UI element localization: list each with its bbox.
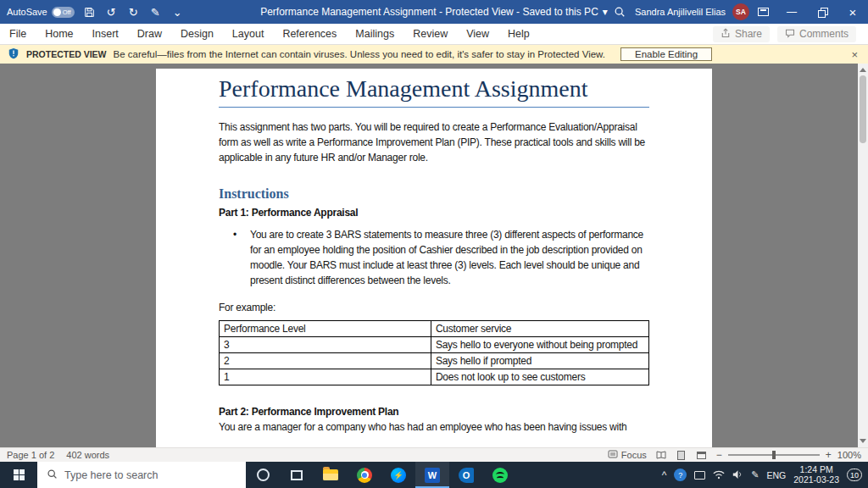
- tab-draw[interactable]: Draw: [128, 24, 171, 44]
- restore-icon: [818, 8, 827, 17]
- zoom-slider-handle[interactable]: [772, 451, 776, 459]
- autosave-switch-icon: Off: [52, 7, 75, 18]
- task-view-button[interactable]: [280, 462, 314, 488]
- zoom-in-icon[interactable]: +: [826, 449, 832, 461]
- autosave-toggle[interactable]: AutoSave Off: [7, 7, 75, 18]
- protected-view-label: PROTECTED VIEW: [26, 49, 107, 59]
- intro-paragraph: This assignment has two parts. You will …: [219, 119, 649, 165]
- word-icon: W: [425, 468, 440, 483]
- example-label: For example:: [219, 300, 649, 315]
- ribbon-tab-bar: File Home Insert Draw Design Layout Refe…: [0, 24, 868, 45]
- taskbar-search[interactable]: [37, 462, 246, 488]
- messenger-icon: ⚡: [391, 468, 406, 483]
- tab-file[interactable]: File: [0, 24, 36, 44]
- document-page: Performance Management Assignment This a…: [156, 69, 712, 447]
- show-hidden-icons-chevron-icon[interactable]: ^: [662, 469, 667, 481]
- task-view-icon: [291, 470, 303, 480]
- account-name[interactable]: Sandra Anjilivelil Elias: [635, 7, 726, 17]
- volume-icon[interactable]: [732, 468, 743, 483]
- web-layout-button[interactable]: [696, 450, 708, 461]
- vertical-scrollbar[interactable]: [858, 64, 868, 447]
- table-cell: Says hello if prompted: [431, 353, 648, 369]
- word-taskbar-button[interactable]: W: [415, 462, 449, 488]
- tray-help-icon[interactable]: ?: [674, 469, 687, 481]
- scroll-up-arrow-icon[interactable]: [860, 68, 866, 72]
- chrome-icon: [357, 468, 372, 483]
- table-cell: Customer service: [431, 321, 648, 337]
- tab-layout[interactable]: Layout: [223, 24, 274, 44]
- wifi-icon[interactable]: [713, 468, 725, 483]
- spotify-button[interactable]: [483, 462, 517, 488]
- cortana-button[interactable]: [246, 462, 280, 488]
- outlook-button[interactable]: O: [449, 462, 483, 488]
- share-button[interactable]: Share: [713, 26, 770, 42]
- close-button[interactable]: ×: [837, 0, 868, 24]
- comments-button[interactable]: Comments: [777, 26, 856, 42]
- redo-icon[interactable]: ↻: [126, 4, 141, 19]
- tab-home[interactable]: Home: [36, 24, 82, 44]
- start-button[interactable]: [0, 462, 37, 488]
- table-cell: 1: [220, 369, 431, 385]
- minimize-button[interactable]: —: [776, 0, 807, 24]
- ribbon-display-options-icon[interactable]: [749, 0, 776, 24]
- tab-view[interactable]: View: [457, 24, 498, 44]
- tab-design[interactable]: Design: [171, 24, 223, 44]
- taskbar: ⚡ W O ^ ? ✎ ENG 1:24 PM 2021-0: [0, 462, 868, 488]
- messenger-button[interactable]: ⚡: [381, 462, 415, 488]
- word-count-label[interactable]: 402 words: [66, 450, 109, 460]
- status-bar: Page 1 of 2 402 words Focus − +: [0, 447, 868, 462]
- tab-insert[interactable]: Insert: [83, 24, 128, 44]
- ink-workspace-icon[interactable]: ✎: [751, 469, 759, 480]
- save-icon[interactable]: [82, 4, 97, 19]
- table-cell: Performance Level: [220, 321, 431, 337]
- taskbar-search-input[interactable]: [64, 469, 230, 481]
- quick-access-chevron-icon[interactable]: ⌄: [170, 4, 185, 19]
- share-icon: [721, 28, 731, 41]
- notification-badge[interactable]: 10: [847, 469, 862, 481]
- protected-bar-close-icon[interactable]: ×: [849, 48, 860, 61]
- table-row: 3 Says hello to everyone without being p…: [220, 337, 649, 353]
- time-label: 1:24 PM: [793, 465, 839, 475]
- display-tray-icon[interactable]: [694, 471, 705, 480]
- autosave-label: AutoSave: [7, 7, 47, 17]
- scroll-down-arrow-icon[interactable]: [860, 439, 866, 443]
- enable-editing-button[interactable]: Enable Editing: [620, 47, 712, 61]
- tab-review[interactable]: Review: [403, 24, 457, 44]
- read-mode-button[interactable]: [655, 450, 667, 461]
- table-cell: Does not look up to see customers: [431, 369, 648, 385]
- search-icon[interactable]: [612, 4, 626, 19]
- zoom-level-label[interactable]: 100%: [837, 450, 861, 460]
- cortana-icon: [257, 469, 270, 481]
- table-row: 1 Does not look up to see customers: [220, 369, 649, 385]
- print-layout-button[interactable]: [676, 450, 687, 461]
- restore-button[interactable]: [807, 0, 837, 24]
- page-count-label[interactable]: Page 1 of 2: [7, 450, 54, 460]
- autosave-state: Off: [63, 8, 71, 16]
- chrome-button[interactable]: [348, 462, 381, 488]
- account-avatar[interactable]: SA: [732, 3, 749, 20]
- bullet-item: You are to create 3 BARS statements to m…: [250, 227, 649, 288]
- windows-logo-icon: [14, 469, 25, 480]
- pen-icon[interactable]: ✎: [148, 4, 163, 19]
- tab-mailings[interactable]: Mailings: [346, 24, 403, 44]
- zoom-out-icon[interactable]: −: [716, 449, 722, 461]
- file-explorer-button[interactable]: [314, 462, 348, 488]
- language-indicator[interactable]: ENG: [767, 470, 787, 480]
- instructions-heading: Instructions: [219, 186, 649, 202]
- zoom-control: − + 100%: [716, 449, 861, 461]
- shield-icon: [8, 47, 19, 61]
- date-label: 2021-03-23: [793, 475, 839, 485]
- word-app-window: AutoSave Off ↺ ↻ ✎ ⌄ Performance Managem…: [0, 0, 868, 488]
- zoom-slider[interactable]: [728, 454, 820, 456]
- tab-help[interactable]: Help: [498, 24, 539, 44]
- title-bar: AutoSave Off ↺ ↻ ✎ ⌄ Performance Managem…: [0, 0, 868, 24]
- focus-mode-button[interactable]: Focus: [608, 450, 647, 461]
- clock[interactable]: 1:24 PM 2021-03-23: [793, 465, 839, 485]
- comment-icon: [785, 28, 795, 41]
- spotify-icon: [492, 468, 508, 483]
- undo-icon[interactable]: ↺: [104, 4, 119, 19]
- scrollbar-thumb[interactable]: [860, 75, 866, 143]
- table-cell: Says hello to everyone without being pro…: [431, 337, 648, 353]
- tab-references[interactable]: References: [273, 24, 346, 44]
- outlook-icon: O: [459, 468, 474, 483]
